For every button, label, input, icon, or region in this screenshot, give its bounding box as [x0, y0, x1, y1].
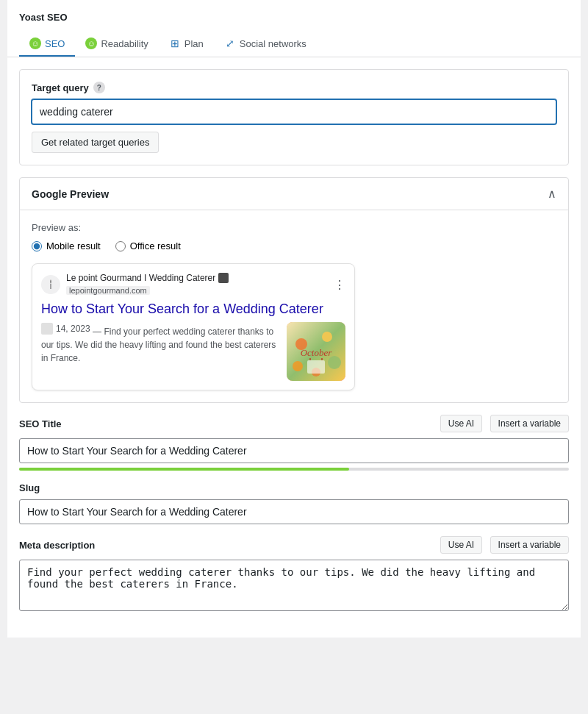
date-icon [41, 323, 53, 335]
plan-tab-icon: ⊞ [169, 38, 181, 49]
site-url: lepointgourmand.com [66, 286, 150, 295]
slug-section: Slug [19, 482, 569, 524]
google-preview-card: Le point Gourmand I Wedding Caterer lepo… [32, 263, 355, 390]
slug-input[interactable] [19, 499, 569, 524]
tab-readability[interactable]: ☺ Readability [75, 32, 158, 57]
seo-title-use-ai-button[interactable]: Use AI [440, 415, 482, 432]
readability-tab-icon: ☺ [85, 38, 97, 49]
svg-text:October: October [301, 347, 333, 358]
meta-description-input[interactable]: Find your perfect wedding caterer thanks… [19, 560, 569, 611]
tab-plan-label: Plan [184, 38, 204, 49]
meta-description-actions: Use AI Insert a variable [436, 536, 569, 554]
mobile-result-option[interactable]: Mobile result [32, 240, 101, 251]
office-result-label: Office result [130, 240, 181, 251]
meta-description-label: Meta description [19, 540, 95, 551]
tab-readability-label: Readability [101, 38, 148, 49]
social-tab-icon: ⤢ [224, 38, 236, 49]
seo-title-header: SEO Title Use AI Insert a variable [19, 415, 569, 432]
related-queries-button[interactable]: Get related target queries [32, 132, 159, 153]
tab-plan[interactable]: ⊞ Plan [159, 32, 214, 57]
tab-social-label: Social networks [240, 38, 306, 49]
site-favicon [41, 275, 60, 294]
slug-label: Slug [19, 482, 40, 493]
tabs-bar: ☺ SEO ☺ Readability ⊞ Plan ⤢ Social netw… [7, 32, 581, 57]
target-query-input[interactable] [32, 99, 556, 124]
office-result-radio[interactable] [115, 241, 126, 251]
google-page-title[interactable]: How to Start Your Search for a Wedding C… [41, 301, 345, 318]
meta-description-header: Meta description Use AI Insert a variabl… [19, 536, 569, 554]
content-area: Target query ? Get related target querie… [7, 57, 581, 638]
meta-use-ai-button[interactable]: Use AI [440, 536, 482, 554]
svg-point-4 [322, 332, 332, 342]
slug-header: Slug [19, 482, 569, 493]
seo-title-insert-variable-button[interactable]: Insert a variable [490, 415, 569, 432]
seo-title-progress-wrap [19, 468, 569, 471]
collapse-icon: ∧ [548, 187, 556, 201]
google-preview-title: Google Preview [32, 188, 109, 200]
seo-title-input[interactable] [19, 438, 569, 463]
site-info: Le point Gourmand I Wedding Caterer lepo… [66, 273, 328, 296]
snippet-date: 14, 2023 [41, 322, 90, 335]
tab-seo-label: SEO [45, 38, 65, 49]
office-result-option[interactable]: Office result [115, 240, 181, 251]
seo-title-progress-fill [19, 468, 349, 471]
seo-title-label: SEO Title [19, 418, 62, 429]
svg-rect-9 [307, 360, 325, 374]
meta-description-section: Meta description Use AI Insert a variabl… [19, 536, 569, 614]
mobile-result-label: Mobile result [46, 240, 101, 251]
google-snippet-text: 14, 2023 — Find your perfect wedding cat… [41, 322, 279, 365]
thumbnail-image: October [287, 322, 345, 381]
tab-social[interactable]: ⤢ Social networks [214, 32, 317, 57]
site-name: Le point Gourmand I Wedding Caterer [66, 273, 328, 283]
more-options-icon[interactable]: ⋮ [334, 278, 345, 292]
google-preview-body: Preview as: Mobile result Office result [20, 210, 568, 402]
google-preview-section: Google Preview ∧ Preview as: Mobile resu… [19, 177, 569, 403]
mobile-result-radio[interactable] [32, 241, 42, 251]
target-query-label: Target query [32, 82, 89, 93]
google-snippet-row: 14, 2023 — Find your perfect wedding cat… [41, 322, 345, 381]
meta-insert-variable-button[interactable]: Insert a variable [490, 536, 569, 554]
google-preview-header[interactable]: Google Preview ∧ [20, 178, 568, 210]
preview-radio-group: Mobile result Office result [32, 240, 556, 251]
preview-as-label: Preview as: [32, 222, 556, 233]
seo-title-actions: Use AI Insert a variable [436, 415, 569, 432]
help-icon[interactable]: ? [93, 82, 105, 93]
site-badge [218, 273, 229, 283]
target-query-section: Target query ? Get related target querie… [19, 69, 569, 165]
seo-tab-icon: ☺ [29, 38, 41, 49]
seo-title-section: SEO Title Use AI Insert a variable [19, 415, 569, 471]
svg-point-6 [293, 361, 303, 371]
yoast-title: Yoast SEO [7, 12, 581, 32]
tab-seo[interactable]: ☺ SEO [19, 32, 75, 57]
